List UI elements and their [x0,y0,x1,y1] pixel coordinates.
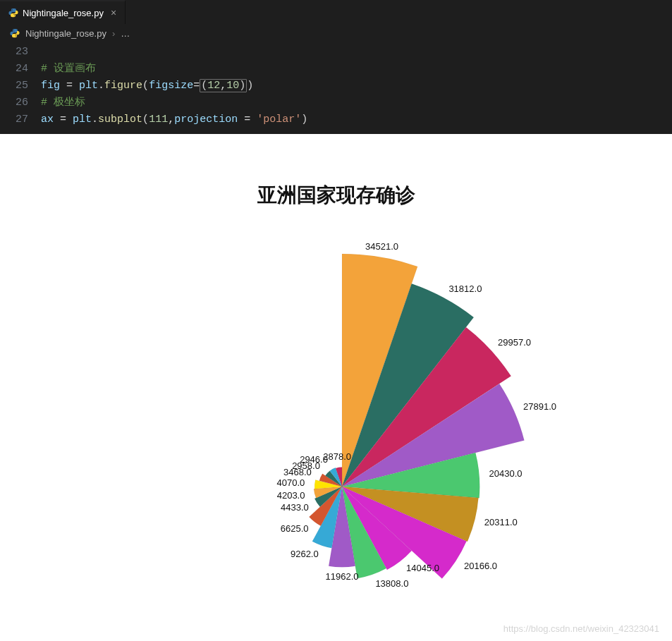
close-tab-icon[interactable]: × [111,7,116,18]
line-number: 25 [0,78,41,94]
code-editor[interactable]: 2324# 设置画布25fig = plt.figure(figsize=(12… [0,42,672,134]
rose-wedge-label: 14045.0 [406,563,439,573]
rose-wedge-label: 4070.0 [277,477,305,488]
rose-wedge-label: 4433.0 [281,502,309,513]
breadcrumb-more[interactable]: … [121,28,130,39]
nightingale-rose-chart: 34521.031812.029957.027891.020430.020311… [0,134,672,641]
rose-wedge-label: 29957.0 [498,337,531,348]
line-number: 24 [0,61,41,78]
breadcrumb-file[interactable]: Nightingale_rose.py [25,28,106,39]
file-tab[interactable]: Nightingale_rose.py × [0,0,126,24]
watermark-text: https://blog.csdn.net/weixin_42323041 [503,623,659,634]
rose-wedge-label: 31812.0 [448,283,482,294]
code-line[interactable]: fig = plt.figure(figsize=(12,10)) [41,78,253,94]
rose-wedge-label: 13808.0 [375,578,408,589]
tabbar-empty-area [126,0,672,24]
rose-wedge-label: 20430.0 [489,468,523,479]
rose-wedge-label: 34521.0 [365,241,398,252]
breadcrumb: Nightingale_rose.py › … [0,24,672,42]
code-line[interactable]: # 设置画布 [41,61,96,78]
rose-wedge-label: 20311.0 [484,517,518,527]
line-number: 27 [0,111,41,128]
file-tab-label: Nightingale_rose.py [23,8,104,18]
line-number: 23 [0,44,41,61]
plot-output-pane: 亚洲国家现存确诊 34521.031812.029957.027891.0204… [0,134,672,641]
rose-wedge-label: 9262.0 [291,549,319,559]
code-line[interactable]: ax = plt.subplot(111,projection = 'polar… [41,111,307,128]
code-line[interactable]: # 极坐标 [41,94,85,111]
rose-wedge-label: 6625.0 [281,523,309,534]
rose-wedge-label: 20166.0 [464,561,497,571]
python-file-icon [10,28,20,38]
rose-wedge-label: 27891.0 [523,401,556,412]
rose-wedge-label: 2878.0 [323,451,351,462]
rose-wedge-label: 11962.0 [326,571,359,582]
editor-tabbar: Nightingale_rose.py × [0,0,672,24]
python-file-icon [8,8,18,18]
chevron-right-icon: › [112,28,115,39]
line-number: 26 [0,94,41,111]
rose-wedge-label: 4203.0 [277,490,305,501]
